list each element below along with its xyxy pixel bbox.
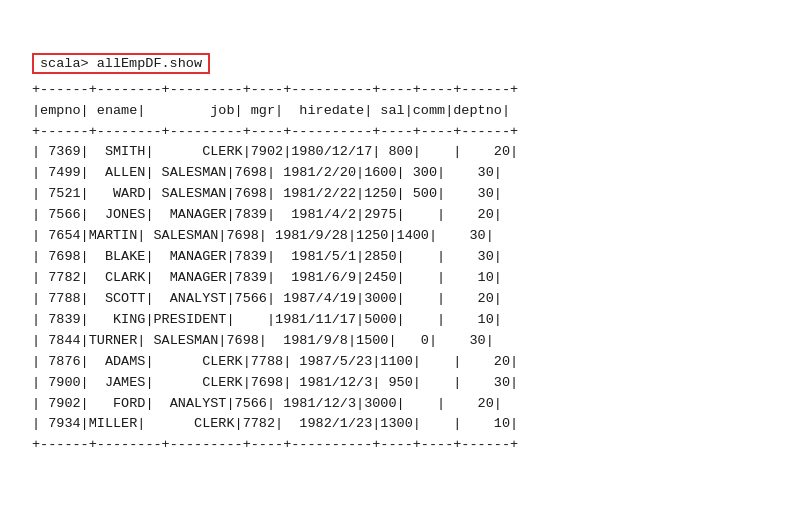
terminal-container: scala> allEmpDF.show +------+--------+--… — [20, 43, 767, 467]
table-output: +------+--------+---------+----+--------… — [32, 80, 755, 457]
command-line: scala> allEmpDF.show — [32, 53, 210, 74]
